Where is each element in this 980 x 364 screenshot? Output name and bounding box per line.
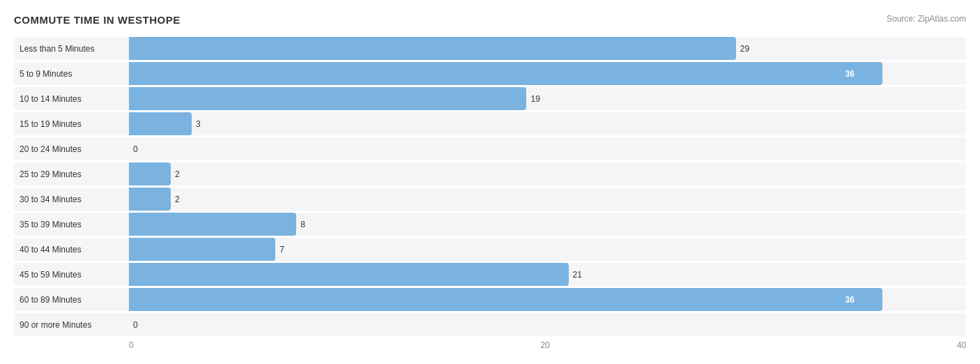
bar-track: 2 (129, 188, 966, 211)
chart-header: COMMUTE TIME IN WESTHOPE Source: ZipAtla… (14, 14, 966, 26)
bar-fill (129, 263, 569, 286)
bar-label: Less than 5 Minutes (14, 44, 129, 54)
bar-label: 45 to 59 Minutes (14, 270, 129, 280)
bar-fill (129, 112, 192, 135)
bar-label: 15 to 19 Minutes (14, 119, 129, 129)
x-axis-label: 0 (129, 340, 134, 350)
bar-row: 40 to 44 Minutes7 (14, 238, 966, 261)
bar-value: 2 (175, 169, 180, 179)
bar-fill (129, 37, 736, 60)
bar-track: 8 (129, 213, 966, 236)
bar-track: 0 (129, 313, 966, 336)
bar-row: 30 to 34 Minutes2 (14, 188, 966, 211)
bar-label: 5 to 9 Minutes (14, 69, 129, 79)
bar-track: 2 (129, 162, 966, 185)
chart-area: Less than 5 Minutes295 to 9 Minutes3610 … (14, 37, 966, 336)
bar-track: 21 (129, 263, 966, 286)
bar-track: 29 (129, 37, 966, 60)
bar-row: 10 to 14 Minutes19 (14, 87, 966, 110)
bar-track: 0 (129, 137, 966, 160)
bar-value: 8 (300, 220, 305, 229)
bar-label: 20 to 24 Minutes (14, 144, 129, 154)
bar-row: 25 to 29 Minutes2 (14, 162, 966, 185)
bar-track: 7 (129, 238, 966, 261)
bar-value: 36 (845, 69, 857, 79)
x-axis-label: 40 (957, 340, 966, 350)
bar-label: 35 to 39 Minutes (14, 220, 129, 229)
bar-label: 25 to 29 Minutes (14, 169, 129, 179)
bar-label: 90 or more Minutes (14, 320, 129, 330)
bar-fill (129, 188, 171, 211)
bar-value: 21 (573, 270, 582, 280)
bar-label: 60 to 89 Minutes (14, 295, 129, 305)
x-axis-label: 20 (540, 340, 549, 350)
bar-track: 3 (129, 112, 966, 135)
bar-row: 90 or more Minutes0 (14, 313, 966, 336)
bar-track: 36 (129, 288, 966, 311)
bar-row: 20 to 24 Minutes0 (14, 137, 966, 160)
bar-row: Less than 5 Minutes29 (14, 37, 966, 60)
bar-value: 29 (740, 44, 749, 54)
source-label: Source: ZipAtlas.com (887, 14, 966, 24)
bar-value: 36 (845, 295, 857, 305)
bar-row: 5 to 9 Minutes36 (14, 62, 966, 85)
bar-label: 40 to 44 Minutes (14, 245, 129, 255)
chart-title: COMMUTE TIME IN WESTHOPE (14, 14, 181, 26)
bar-value: 3 (196, 119, 201, 129)
bar-value: 2 (175, 195, 180, 204)
bar-value: 0 (133, 144, 138, 154)
bar-value: 0 (133, 320, 138, 330)
bar-label: 30 to 34 Minutes (14, 195, 129, 204)
bar-fill (129, 62, 882, 85)
bar-value: 7 (280, 245, 284, 255)
bar-fill (129, 213, 296, 236)
bar-label: 10 to 14 Minutes (14, 94, 129, 104)
x-axis-labels: 02040 (129, 340, 966, 350)
x-axis: 02040 (14, 340, 966, 350)
bar-fill (129, 238, 275, 261)
bar-row: 15 to 19 Minutes3 (14, 112, 966, 135)
bar-track: 36 (129, 62, 966, 85)
bar-value: 19 (530, 94, 539, 104)
bar-row: 35 to 39 Minutes8 (14, 213, 966, 236)
bar-row: 45 to 59 Minutes21 (14, 263, 966, 286)
bar-track: 19 (129, 87, 966, 110)
bar-row: 60 to 89 Minutes36 (14, 288, 966, 311)
bar-fill (129, 162, 171, 185)
bar-fill (129, 87, 526, 110)
bar-fill (129, 288, 882, 311)
